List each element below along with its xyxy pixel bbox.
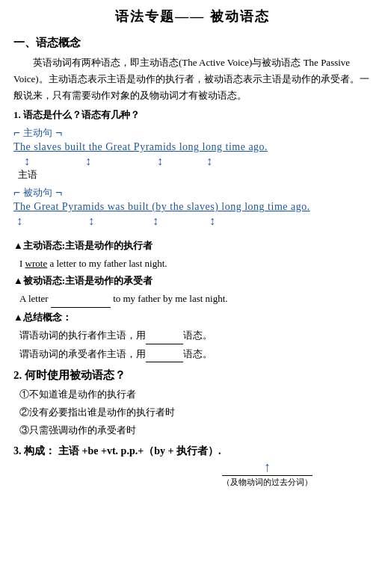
note3-l1-post: 语态。 xyxy=(183,329,212,341)
parrow1-icon: ↕ xyxy=(16,214,22,228)
note2-post: to my father by me last night. xyxy=(111,293,228,304)
note1-wrote: wrote xyxy=(25,258,48,269)
formula-sub-label: （及物动词的过去分词） xyxy=(222,475,312,488)
parrow4: ↕ xyxy=(209,214,215,228)
active-label-bracket: ⌐ 主动句 ¬ xyxy=(13,126,372,140)
zhuyu-label: 主语 xyxy=(18,170,37,180)
note1-example: I wrote a letter to my father last night… xyxy=(19,256,372,272)
note3-l1-blank xyxy=(146,328,183,344)
section3-heading-pre: 3. 构成： xyxy=(13,445,55,458)
section2-item2: ②没有必要指出谁是动作的执行者时 xyxy=(19,405,372,421)
section2-heading: 2. 何时使用被动语态？ xyxy=(13,368,372,383)
note2-example: A letter to my father by me last night. xyxy=(19,291,372,308)
parrow1: ↕ xyxy=(16,214,22,228)
active-label-text: 主动句 xyxy=(23,126,52,140)
passive-sentence-wrapper: The Great Pyramids was built (by the sla… xyxy=(13,201,372,213)
note2-blank xyxy=(51,291,111,308)
note2-pre: A letter xyxy=(19,293,51,304)
formula-arrow-icon: ↑ xyxy=(264,459,271,475)
parrow4-icon: ↕ xyxy=(209,214,215,228)
parrow3: ↕ xyxy=(153,214,158,228)
arrow4-icon: ↕ xyxy=(206,155,212,168)
note1-pre: I xyxy=(19,258,25,269)
active-sentence-arrows: ↕ 主语 ↕ ↕ ↕ xyxy=(16,155,372,180)
note3-l2-blank xyxy=(146,347,183,363)
active-sentence: The slaves built the Great Pyramids long… xyxy=(13,141,372,153)
passive-label-bracket: ⌐ 被动句 ¬ xyxy=(13,186,372,199)
parrow3-icon: ↕ xyxy=(153,214,158,228)
note1-post: a letter to my father last night. xyxy=(47,258,167,269)
note3-l2-post: 语态。 xyxy=(183,348,212,359)
parrow2: ↕ xyxy=(88,214,94,228)
arrow3-icon: ↕ xyxy=(157,155,163,168)
note2-bullet: ▲被动语态:主语是动作的承受者 xyxy=(13,273,372,289)
arrow2-icon: ↕ xyxy=(85,155,91,168)
arrow4: ↕ xyxy=(206,155,212,180)
formula-arrow: ↑ （及物动词的过去分词） xyxy=(163,459,372,488)
page-title: 语法专题—— 被动语态 xyxy=(13,7,372,25)
section2: 2. 何时使用被动语态？ ①不知道谁是动作的执行者 ②没有必要指出谁是动作的执行… xyxy=(13,368,372,438)
arrow1: ↕ 主语 xyxy=(16,155,37,180)
passive-sentence: The Great Pyramids was built (by the sla… xyxy=(13,201,372,213)
passive-label-text: 被动句 xyxy=(23,186,52,199)
passive-sentence-arrows: ↕ ↕ ↕ ↕ xyxy=(16,214,372,228)
section2-item1: ①不知道谁是动作的执行者 xyxy=(19,387,372,403)
note3-bullet: ▲总结概念： xyxy=(13,310,372,326)
bold-question: 1. 语态是什么？语态有几种？ xyxy=(13,108,372,122)
note3-l2-pre: 谓语动词的承受者作主语，用 xyxy=(19,348,146,359)
right-bracket-icon: ¬ xyxy=(55,126,62,140)
section3-formula: 主语 +be +vt. p.p.+（by + 执行者）. xyxy=(58,445,221,458)
note3-l1-pre: 谓语动词的执行者作主语，用 xyxy=(19,329,146,341)
notes-area: ▲主动语态:主语是动作的执行者 I wrote a letter to my f… xyxy=(13,238,372,363)
active-sentence-wrapper: The slaves built the Great Pyramids long… xyxy=(13,141,372,153)
note3-line2: 谓语动词的承受者作主语，用 语态。 xyxy=(19,347,372,363)
right-bracket2-icon: ¬ xyxy=(55,186,62,199)
left-bracket-icon: ⌐ xyxy=(13,126,20,140)
left-bracket2-icon: ⌐ xyxy=(13,186,20,199)
intro-text: 英语动词有两种语态，即主动语态(The Active Voice)与被动语态 T… xyxy=(13,55,372,104)
arrow3: ↕ xyxy=(157,155,163,180)
section3-formula-line: 3. 构成： 主语 +be +vt. p.p.+（by + 执行者）. xyxy=(13,445,372,458)
arrow1-icon: ↕ xyxy=(24,155,30,168)
note3-line1: 谓语动词的执行者作主语，用 语态。 xyxy=(19,328,372,344)
note1-bullet: ▲主动语态:主语是动作的执行者 xyxy=(13,238,372,254)
section3: 3. 构成： 主语 +be +vt. p.p.+（by + 执行者）. ↑ （及… xyxy=(13,445,372,488)
arrow2: ↕ xyxy=(85,155,91,180)
section1-heading: 一、语态概念 xyxy=(13,36,372,50)
section2-item3: ③只需强调动作的承受者时 xyxy=(19,423,372,439)
parrow2-icon: ↕ xyxy=(88,214,94,228)
